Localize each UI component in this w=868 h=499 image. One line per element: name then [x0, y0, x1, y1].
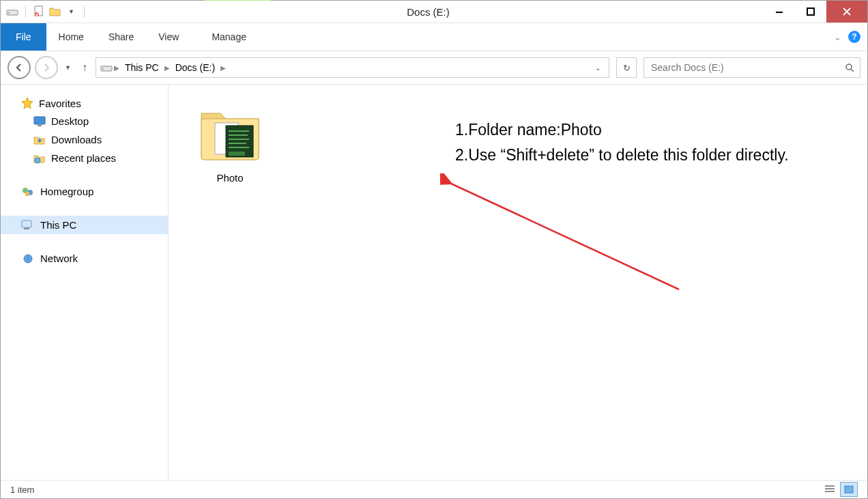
sidebar-this-pc[interactable]: This PC — [1, 216, 168, 234]
new-folder-icon[interactable] — [49, 5, 61, 18]
desktop-icon — [33, 116, 46, 127]
annotation-text: 1.Folder name:Photo 2.Use “Shift+delete”… — [455, 117, 789, 168]
star-icon — [21, 97, 33, 109]
history-dropdown-icon[interactable]: ▼ — [62, 64, 74, 71]
separator — [84, 5, 85, 18]
search-box[interactable] — [643, 57, 860, 78]
svg-point-11 — [35, 158, 40, 163]
svg-rect-9 — [34, 117, 45, 124]
folder-label: Photo — [189, 172, 271, 184]
navigation-bar: ▼ ↑ ▶ This PC ▶ Docs (E:) ▶ ⌄ ↻ — [1, 51, 867, 85]
window-controls — [764, 1, 867, 23]
svg-rect-20 — [229, 152, 245, 156]
sidebar-item-downloads[interactable]: Downloads — [1, 130, 168, 149]
maximize-button[interactable] — [795, 1, 826, 23]
computer-icon — [21, 220, 35, 231]
annotation-arrow — [440, 173, 686, 303]
close-button[interactable] — [826, 1, 867, 23]
sidebar-item-desktop[interactable]: Desktop — [1, 112, 168, 130]
qat-dropdown-icon[interactable]: ▼ — [66, 8, 77, 15]
svg-rect-15 — [22, 220, 31, 227]
svg-rect-22 — [845, 486, 853, 493]
up-button[interactable]: ↑ — [78, 61, 91, 74]
svg-rect-4 — [776, 12, 783, 13]
homegroup-icon — [21, 186, 35, 197]
svg-point-14 — [25, 191, 29, 195]
sidebar-homegroup[interactable]: Homegroup — [1, 182, 168, 201]
drive-icon — [6, 5, 18, 18]
tab-view[interactable]: View — [146, 23, 191, 51]
sidebar-label: Favorites — [39, 98, 81, 109]
breadcrumb-drive[interactable]: Docs (E:) — [171, 62, 219, 73]
ribbon-collapse-icon[interactable]: ⌄ — [834, 32, 841, 42]
tab-manage[interactable]: Manage — [199, 23, 259, 51]
breadcrumb-this-pc[interactable]: This PC — [121, 62, 163, 73]
quick-access-toolbar: ▼ — [1, 1, 93, 23]
tab-share[interactable]: Share — [96, 23, 146, 51]
body: Favorites Desktop Downloads Recent place… — [1, 85, 867, 480]
folder-icon — [196, 98, 264, 167]
svg-rect-7 — [102, 68, 104, 70]
sidebar-item-recent[interactable]: Recent places — [1, 149, 168, 167]
recent-places-icon — [33, 153, 46, 164]
tab-file[interactable]: File — [1, 23, 46, 51]
network-icon — [21, 253, 35, 264]
status-bar: 1 item — [1, 480, 867, 498]
address-dropdown-icon[interactable]: ⌄ — [595, 64, 601, 72]
sidebar-item-label: Homegroup — [40, 186, 93, 197]
details-view-button[interactable] — [821, 482, 839, 497]
downloads-icon — [33, 134, 46, 145]
annotation-line-2: 2.Use “Shift+delete” to delete this fold… — [455, 143, 789, 168]
content-pane[interactable]: Photo 1.Folder name:Photo 2.Use “Shift+d… — [169, 85, 867, 480]
sidebar-network[interactable]: Network — [1, 249, 168, 268]
chevron-right-icon[interactable]: ▶ — [164, 64, 170, 72]
refresh-button[interactable]: ↻ — [616, 57, 637, 78]
back-button[interactable] — [8, 56, 31, 79]
navigation-pane: Favorites Desktop Downloads Recent place… — [1, 85, 169, 480]
forward-button — [35, 56, 58, 79]
svg-rect-5 — [807, 8, 814, 15]
drive-icon — [100, 63, 113, 72]
window-title: Docs (E:) — [93, 1, 764, 23]
sidebar-item-label: Desktop — [51, 115, 89, 127]
svg-rect-10 — [38, 125, 42, 126]
sidebar-item-label: Downloads — [51, 134, 102, 145]
sidebar-item-label: This PC — [40, 219, 76, 231]
tab-home[interactable]: Home — [46, 23, 96, 51]
search-input[interactable] — [650, 61, 845, 74]
icons-view-button[interactable] — [840, 482, 858, 497]
svg-rect-1 — [8, 12, 10, 14]
svg-point-8 — [846, 64, 852, 70]
explorer-window: ▼ Drive Tools Docs (E:) File Home Share … — [0, 0, 868, 499]
svg-line-21 — [450, 183, 679, 289]
sidebar-favorites[interactable]: Favorites — [1, 94, 168, 112]
title-bar: ▼ Drive Tools Docs (E:) — [1, 1, 867, 23]
search-icon[interactable] — [845, 63, 854, 72]
sidebar-item-label: Network — [40, 253, 78, 264]
item-count: 1 item — [10, 485, 34, 495]
properties-icon[interactable] — [33, 5, 45, 18]
minimize-button[interactable] — [764, 1, 795, 23]
ribbon-tabs: File Home Share View Manage ⌄ ? — [1, 23, 867, 51]
annotation-line-1: 1.Folder name:Photo — [455, 117, 789, 143]
chevron-right-icon[interactable]: ▶ — [114, 64, 119, 72]
address-bar[interactable]: ▶ This PC ▶ Docs (E:) ▶ ⌄ — [96, 57, 609, 78]
svg-rect-16 — [24, 228, 29, 229]
context-tab-group: Drive Tools — [204, 0, 271, 1]
folder-item-photo[interactable]: Photo — [189, 98, 271, 184]
help-icon[interactable]: ? — [848, 31, 860, 43]
sidebar-item-label: Recent places — [51, 152, 116, 164]
separator — [25, 5, 26, 18]
chevron-right-icon[interactable]: ▶ — [220, 64, 226, 72]
